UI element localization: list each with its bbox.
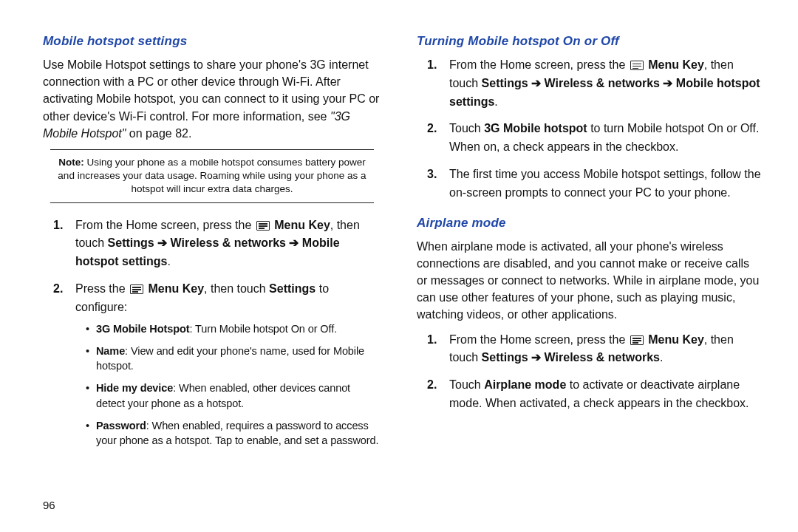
step1-text-a: From the Home screen, press the: [75, 219, 255, 231]
menu-key-icon: [130, 284, 143, 294]
turning-hotspot-steps: From the Home screen, press the Menu Key…: [433, 56, 761, 202]
bullet-label: Password: [96, 420, 146, 432]
t1s1-a: From the Home screen, press the: [449, 58, 629, 71]
arrow-icon: ➔: [286, 236, 302, 249]
note-content: Note: Using your phone as a mobile hotsp…: [52, 156, 372, 197]
air-step-2: Touch Airplane mode to activate or deact…: [433, 376, 761, 413]
t1s2-label: 3G Mobile hotspot: [484, 122, 587, 134]
t1s1-settings: Settings: [482, 77, 528, 89]
bullet-hide-device: Hide my device: When enabled, other devi…: [86, 381, 381, 411]
air1-wireless: Wireless & networks: [545, 351, 660, 364]
air1-menukey: Menu Key: [645, 333, 704, 346]
step1-text-c: .: [167, 255, 170, 267]
heading-mobile-hotspot-settings: Mobile hotspot settings: [43, 34, 381, 49]
note-body: Using your phone as a mobile hotspot con…: [58, 157, 366, 194]
arrow-icon: ➔: [528, 351, 545, 364]
page-number: 96: [43, 499, 55, 511]
config-bullets: 3G Mobile Hotspot: Turn Mobile hotspot O…: [86, 321, 381, 449]
intro-paragraph: Use Mobile Hotspot settings to share you…: [43, 56, 381, 142]
intro-text-a: Use Mobile Hotspot settings to share you…: [43, 58, 379, 123]
t1-step-1: From the Home screen, press the Menu Key…: [433, 56, 761, 111]
manual-page: Mobile hotspot settings Use Mobile Hotsp…: [0, 0, 798, 532]
air1-settings: Settings: [482, 351, 528, 364]
step2-text-b: , then touch: [204, 282, 269, 295]
menu-key-icon: [630, 61, 644, 70]
arrow-icon: ➔: [528, 77, 545, 89]
step2-text-a: Press the: [75, 282, 129, 295]
t1s1-c: .: [494, 95, 497, 108]
step2-settings: Settings: [269, 282, 316, 295]
intro-text-b: on page 82.: [126, 127, 191, 140]
arrow-icon: ➔: [660, 77, 676, 89]
step-1: From the Home screen, press the Menu Key…: [59, 216, 381, 271]
bullet-name: Name: View and edit your phone's name, u…: [86, 344, 381, 374]
air1-c: .: [660, 351, 663, 364]
t1s3-text: The first time you access Mobile hotspot…: [449, 168, 761, 199]
air1-a: From the Home screen, press the: [449, 333, 629, 346]
step1-menukey: Menu Key: [271, 219, 330, 231]
path-wireless: Wireless & networks: [171, 236, 286, 249]
heading-airplane-mode: Airplane mode: [417, 216, 761, 231]
air-step-1: From the Home screen, press the Menu Key…: [433, 331, 761, 368]
t1s1-wireless: Wireless & networks: [545, 77, 660, 89]
t1-step-2: Touch 3G Mobile hotspot to turn Mobile h…: [433, 120, 761, 157]
bullet-password: Password: When enabled, requires a passw…: [86, 418, 381, 449]
t1s2-a: Touch: [449, 122, 484, 134]
bullet-3g-hotspot: 3G Mobile Hotspot: Turn Mobile hotspot O…: [86, 321, 381, 336]
airplane-intro: When airplane mode is activated, all you…: [417, 238, 761, 324]
arrow-icon: ➔: [154, 236, 171, 249]
step-2: Press the Menu Key, then touch Settings …: [59, 280, 381, 449]
step2-menukey: Menu Key: [145, 282, 204, 295]
hotspot-config-steps: From the Home screen, press the Menu Key…: [59, 216, 381, 449]
t1s1-menukey: Menu Key: [645, 58, 704, 71]
bullet-label: Hide my device: [96, 382, 173, 394]
bullet-label: Name: [96, 345, 125, 357]
menu-key-icon: [630, 335, 644, 345]
note-box: Note: Using your phone as a mobile hotsp…: [50, 149, 374, 203]
bullet-text: : View and edit your phone's name, used …: [96, 345, 364, 372]
bullet-text: : Turn Mobile hotspot On or Off.: [189, 323, 337, 335]
air2-a: Touch: [449, 378, 484, 391]
left-column: Mobile hotspot settings Use Mobile Hotsp…: [30, 30, 399, 517]
t1-step-3: The first time you access Mobile hotspot…: [433, 166, 761, 202]
airplane-steps: From the Home screen, press the Menu Key…: [433, 331, 761, 413]
note-label: Note:: [58, 157, 84, 168]
menu-key-icon: [256, 221, 270, 231]
air2-label: Airplane mode: [484, 378, 566, 391]
heading-turning-hotspot: Turning Mobile hotspot On or Off: [417, 34, 761, 49]
path-settings: Settings: [108, 236, 154, 249]
bullet-label: 3G Mobile Hotspot: [96, 323, 189, 335]
right-column: Turning Mobile hotspot On or Off From th…: [399, 30, 768, 517]
